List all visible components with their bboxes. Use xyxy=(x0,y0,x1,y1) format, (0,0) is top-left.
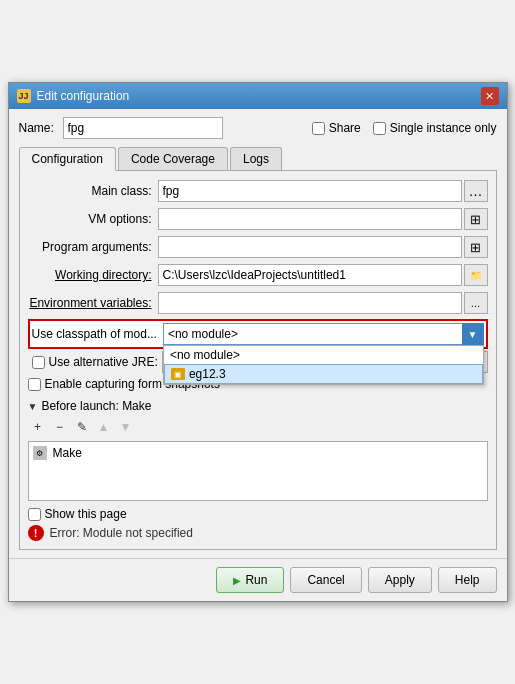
up-button[interactable]: ▲ xyxy=(94,417,114,437)
show-page-checkbox[interactable] xyxy=(28,508,41,521)
close-button[interactable]: ✕ xyxy=(481,87,499,105)
before-launch-toolbar: + − ✎ ▲ ▼ xyxy=(28,417,488,437)
before-launch-header: ▼ Before launch: Make xyxy=(28,399,488,413)
main-class-input[interactable] xyxy=(158,180,462,202)
wd-browse-icon: 📁 xyxy=(470,270,482,281)
environment-variables-label: Environment variables: xyxy=(28,296,158,310)
vm-options-row: VM options: ⊞ xyxy=(28,207,488,231)
tabs: Configuration Code Coverage Logs xyxy=(19,147,497,171)
error-icon: ! xyxy=(28,525,44,541)
triangle-icon: ▼ xyxy=(28,401,38,412)
working-directory-browse-button[interactable]: 📁 xyxy=(464,264,488,286)
main-class-browse-button[interactable]: … xyxy=(464,180,488,202)
vm-browse-icon: ⊞ xyxy=(470,212,481,227)
before-launch-title: Before launch: Make xyxy=(41,399,151,413)
dropdown-option-no-module[interactable]: <no module> xyxy=(164,346,483,364)
classpath-select-wrapper[interactable]: <no module> ▼ <no module> ▣ eg12.3 xyxy=(163,323,484,345)
run-button[interactable]: ▶ Run xyxy=(216,567,284,593)
main-class-row: Main class: … xyxy=(28,179,488,203)
share-checkbox-label[interactable]: Share xyxy=(312,121,361,135)
environment-variables-input[interactable] xyxy=(158,292,462,314)
classpath-display[interactable]: <no module> xyxy=(163,323,484,345)
snapshots-checkbox[interactable] xyxy=(28,378,41,391)
before-launch-section: ▼ Before launch: Make + − ✎ ▲ ▼ ⚙ Make xyxy=(28,399,488,501)
jre-checkbox[interactable] xyxy=(32,356,45,369)
error-row: ! Error: Module not specified xyxy=(28,525,488,541)
dropdown-option-eg12[interactable]: ▣ eg12.3 xyxy=(164,364,483,384)
run-icon: ▶ xyxy=(233,575,241,586)
vm-options-label: VM options: xyxy=(28,212,158,226)
help-button[interactable]: Help xyxy=(438,567,497,593)
single-instance-label: Single instance only xyxy=(390,121,497,135)
classpath-selected-value: <no module> xyxy=(168,327,238,341)
name-label: Name: xyxy=(19,121,57,135)
use-classpath-label: Use classpath of mod... xyxy=(32,327,163,341)
edit-button[interactable]: ✎ xyxy=(72,417,92,437)
tab-configuration[interactable]: Configuration xyxy=(19,147,116,171)
env-browse-icon: … xyxy=(471,298,481,309)
app-icon: JJ xyxy=(17,89,31,103)
tab-logs[interactable]: Logs xyxy=(230,147,282,170)
add-button[interactable]: + xyxy=(28,417,48,437)
module-icon: ▣ xyxy=(171,368,185,380)
environment-variables-browse-button[interactable]: … xyxy=(464,292,488,314)
list-item: ⚙ Make xyxy=(33,446,483,460)
program-arguments-label: Program arguments: xyxy=(28,240,158,254)
dialog-body: Name: Share Single instance only Configu… xyxy=(9,109,507,558)
program-arguments-input[interactable] xyxy=(158,236,462,258)
share-checkbox[interactable] xyxy=(312,122,325,135)
button-bar: ▶ Run Cancel Apply Help xyxy=(9,558,507,601)
remove-button[interactable]: − xyxy=(50,417,70,437)
browse-icon: … xyxy=(469,184,483,198)
program-arguments-row: Program arguments: ⊞ xyxy=(28,235,488,259)
classpath-dropdown-list: <no module> ▣ eg12.3 xyxy=(163,345,484,385)
run-label: Run xyxy=(245,573,267,587)
use-classpath-row: Use classpath of mod... <no module> ▼ <n… xyxy=(28,319,488,349)
error-text: Error: Module not specified xyxy=(50,526,193,540)
down-button[interactable]: ▼ xyxy=(116,417,136,437)
name-row: Name: Share Single instance only xyxy=(19,117,497,139)
vm-options-input[interactable] xyxy=(158,208,462,230)
working-directory-row: Working directory: 📁 xyxy=(28,263,488,287)
title-bar-left: JJ Edit configuration xyxy=(17,89,130,103)
prog-browse-icon: ⊞ xyxy=(470,240,481,255)
name-input[interactable] xyxy=(63,117,223,139)
dialog-title: Edit configuration xyxy=(37,89,130,103)
single-instance-checkbox-label[interactable]: Single instance only xyxy=(373,121,497,135)
working-directory-input[interactable] xyxy=(158,264,462,286)
vm-options-browse-button[interactable]: ⊞ xyxy=(464,208,488,230)
apply-button[interactable]: Apply xyxy=(368,567,432,593)
jre-label: Use alternative JRE: xyxy=(49,355,158,369)
program-arguments-browse-button[interactable]: ⊞ xyxy=(464,236,488,258)
dropdown-option-eg12-label: eg12.3 xyxy=(189,367,226,381)
show-page-checkbox-label[interactable]: Show this page xyxy=(28,507,127,521)
title-bar: JJ Edit configuration ✕ xyxy=(9,83,507,109)
make-icon: ⚙ xyxy=(33,446,47,460)
edit-configuration-dialog: JJ Edit configuration ✕ Name: Share Sing… xyxy=(8,82,508,602)
launch-list: ⚙ Make xyxy=(28,441,488,501)
name-right-options: Share Single instance only xyxy=(312,121,497,135)
working-directory-label: Working directory: xyxy=(28,268,158,282)
make-label: Make xyxy=(53,446,82,460)
share-label: Share xyxy=(329,121,361,135)
show-page-label: Show this page xyxy=(45,507,127,521)
tab-code-coverage[interactable]: Code Coverage xyxy=(118,147,228,170)
cancel-button[interactable]: Cancel xyxy=(290,567,361,593)
tab-content-configuration: Main class: … VM options: ⊞ Program argu… xyxy=(19,171,497,550)
single-instance-checkbox[interactable] xyxy=(373,122,386,135)
show-page-row: Show this page xyxy=(28,507,488,521)
jre-checkbox-label[interactable]: Use alternative JRE: xyxy=(32,355,162,369)
environment-variables-row: Environment variables: … xyxy=(28,291,488,315)
main-class-label: Main class: xyxy=(28,184,158,198)
